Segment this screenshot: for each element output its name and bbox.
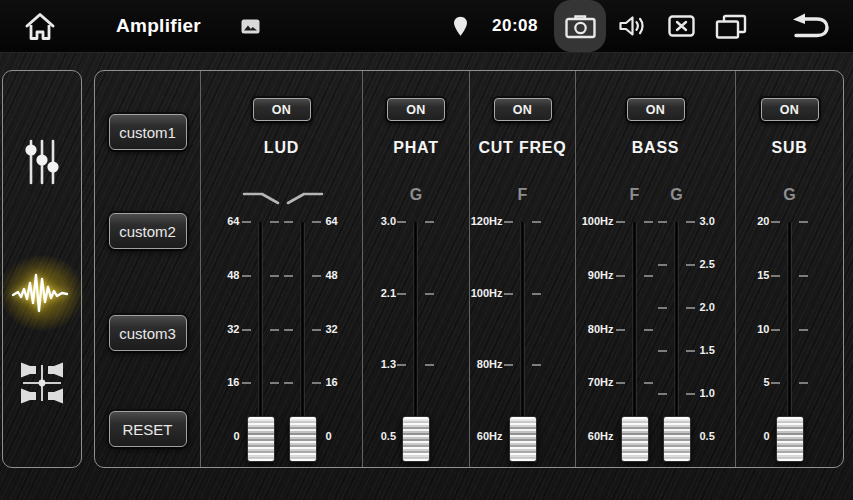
- slider-thumb[interactable]: [621, 416, 649, 462]
- tick-dash: [504, 293, 513, 295]
- sidebar-item-fader-balance[interactable]: [3, 357, 81, 409]
- tick-label: 0.5: [700, 430, 715, 443]
- slider-thumb[interactable]: [402, 416, 430, 462]
- on-button-sub[interactable]: ON: [761, 98, 819, 121]
- tick-label: 3.0: [381, 215, 396, 228]
- tick-label: 1.3: [381, 358, 396, 371]
- tick-label: 64: [326, 215, 338, 228]
- slider-track-line: [413, 222, 418, 437]
- vertical-slider[interactable]: 644832160: [282, 222, 362, 467]
- vertical-slider[interactable]: 100Hz90Hz80Hz70Hz60HzF: [576, 222, 656, 467]
- tick-dash: [658, 221, 667, 223]
- back-arrow-icon[interactable]: [789, 12, 831, 40]
- slider-track[interactable]: F: [502, 222, 544, 461]
- slider-thumb[interactable]: [289, 416, 317, 462]
- gallery-icon[interactable]: [241, 19, 260, 34]
- slider-thumb[interactable]: [776, 416, 804, 462]
- sliders-row: 20151050G: [736, 222, 843, 467]
- tick-dash: [242, 329, 251, 331]
- channel-phat: ONPHAT3.02.11.30.5G: [363, 71, 470, 467]
- on-button-bass[interactable]: ON: [627, 98, 685, 121]
- tick-label: 3.0: [700, 215, 715, 228]
- vertical-slider[interactable]: 3.02.11.30.5G: [363, 222, 469, 467]
- tick-dash: [771, 221, 780, 223]
- recent-apps-icon[interactable]: [715, 14, 747, 39]
- on-button-cut-freq[interactable]: ON: [494, 98, 552, 121]
- tick-label: 1.5: [700, 344, 715, 357]
- lowpass-curve-icon: [240, 190, 282, 206]
- slider-thumb[interactable]: [247, 416, 275, 462]
- slider-thumb[interactable]: [509, 416, 537, 462]
- tick-dash: [771, 275, 780, 277]
- slider-sub-label: G: [656, 186, 698, 204]
- preset-custom1-button[interactable]: custom1: [109, 114, 187, 150]
- slider-track[interactable]: G: [395, 222, 437, 461]
- vertical-slider[interactable]: 644832160: [202, 222, 282, 467]
- tick-dash: [532, 221, 541, 223]
- tick-label: 120Hz: [471, 215, 503, 228]
- reset-button[interactable]: RESET: [109, 411, 187, 447]
- slider-track[interactable]: G: [769, 222, 811, 461]
- tick-label: 48: [227, 269, 239, 282]
- tick-dash: [658, 307, 667, 309]
- tick-dash: [312, 275, 321, 277]
- tick-dash: [397, 221, 406, 223]
- close-window-icon[interactable]: [668, 15, 695, 37]
- tick-dash: [242, 382, 251, 384]
- preset-custom2-button[interactable]: custom2: [109, 213, 187, 249]
- volume-icon[interactable]: [618, 14, 648, 38]
- tick-dash: [284, 382, 293, 384]
- slider-thumb[interactable]: [663, 416, 691, 462]
- sliders-row: 3.02.11.30.5G: [363, 222, 469, 467]
- sidebar-item-equalizer[interactable]: [3, 137, 81, 187]
- sidebar-item-sound-effects[interactable]: [3, 267, 81, 319]
- tick-dash: [644, 382, 653, 384]
- tick-label: 90Hz: [588, 269, 614, 282]
- tick-dash: [686, 264, 695, 266]
- slider-track-line: [674, 222, 679, 437]
- slider-track[interactable]: F: [614, 222, 656, 461]
- slider-track[interactable]: [240, 222, 282, 461]
- on-button-phat[interactable]: ON: [387, 98, 445, 121]
- tick-labels: 644832160: [202, 222, 240, 461]
- tick-dash: [644, 329, 653, 331]
- channel-bass: ONBASS100Hz90Hz80Hz70Hz60HzFG3.02.52.01.…: [576, 71, 736, 467]
- tick-label: 48: [326, 269, 338, 282]
- slider-track-line: [258, 222, 263, 437]
- tick-label: 80Hz: [477, 358, 503, 371]
- camera-button[interactable]: [554, 0, 606, 52]
- vertical-slider[interactable]: G3.02.52.01.51.00.5: [656, 222, 736, 467]
- on-button-lud[interactable]: ON: [253, 98, 311, 121]
- tick-dash: [270, 221, 279, 223]
- tick-label: 64: [227, 215, 239, 228]
- tick-dash: [686, 350, 695, 352]
- slider-track[interactable]: G: [656, 222, 698, 461]
- waveform-icon: [11, 267, 73, 319]
- tick-dash: [425, 221, 434, 223]
- tick-dash: [686, 393, 695, 395]
- tick-dash: [312, 329, 321, 331]
- tick-dash: [397, 364, 406, 366]
- tick-dash: [616, 275, 625, 277]
- tick-dash: [312, 221, 321, 223]
- tick-dash: [270, 382, 279, 384]
- preset-custom3-button[interactable]: custom3: [109, 315, 187, 351]
- channel-title: SUB: [771, 139, 807, 158]
- sidebar: [2, 70, 82, 468]
- tick-label: 1.0: [700, 387, 715, 400]
- vertical-slider[interactable]: 120Hz100Hz80Hz60HzF: [470, 222, 575, 467]
- tick-dash: [644, 221, 653, 223]
- sliders-row: 100Hz90Hz80Hz70Hz60HzFG3.02.52.01.51.00.…: [576, 222, 735, 467]
- tick-dash: [242, 221, 251, 223]
- slider-track-line: [300, 222, 305, 437]
- vertical-slider[interactable]: 20151050G: [736, 222, 843, 467]
- channel-sub: ONSUB20151050G: [736, 71, 843, 467]
- tick-label: 70Hz: [588, 376, 614, 389]
- slider-track[interactable]: [282, 222, 324, 461]
- tick-dash: [658, 350, 667, 352]
- slider-sub-label: F: [502, 186, 544, 204]
- tick-dash: [270, 275, 279, 277]
- channel-lud: ONLUD644832160644832160: [201, 71, 363, 467]
- home-icon[interactable]: [22, 10, 58, 42]
- tick-dash: [686, 221, 695, 223]
